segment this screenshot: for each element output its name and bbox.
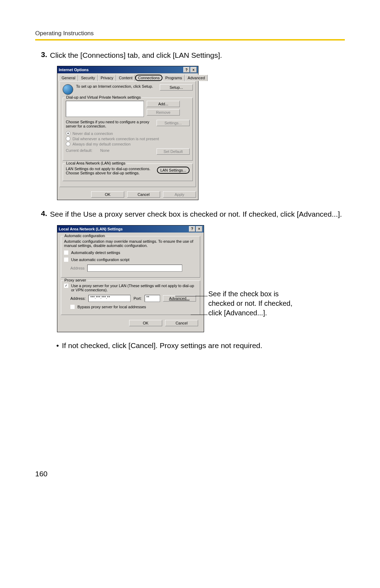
- ok-button[interactable]: OK: [91, 191, 124, 198]
- auto-detect-checkbox[interactable]: [64, 250, 68, 255]
- tab-content[interactable]: Content: [116, 75, 135, 81]
- setup-text: To set up an Internet connection, click …: [76, 84, 157, 88]
- cancel-button[interactable]: Cancel: [127, 191, 160, 198]
- proxy-address-label: Address:: [70, 296, 86, 301]
- current-default-value: None: [100, 148, 109, 153]
- callout-line-1: [175, 296, 208, 296]
- current-default-label: Current default:: [66, 148, 93, 153]
- use-proxy-label: Use a proxy server for your LAN (These s…: [71, 284, 197, 292]
- remove-button: Remove: [147, 109, 180, 116]
- internet-options-dialog: Internet Options ? × General Security Pr…: [57, 66, 198, 200]
- step3-text: Click the [Connections] tab, and click […: [50, 50, 345, 60]
- bullet-icon: •: [56, 341, 62, 350]
- lan-settings-dialog: Local Area Network (LAN) Settings ? × Au…: [57, 225, 204, 332]
- help-icon[interactable]: ?: [183, 67, 190, 73]
- lan-group-title: Local Area Network (LAN) settings: [65, 161, 126, 165]
- proxy-group-title: Proxy server: [63, 278, 87, 282]
- add-button[interactable]: Add...: [147, 101, 180, 107]
- radio-never-label: Never dial a connection: [72, 131, 113, 136]
- auto-detect-label: Automatically detect settings: [71, 250, 120, 255]
- use-script-checkbox[interactable]: [64, 258, 68, 262]
- divider-bar: [35, 39, 345, 41]
- close-icon[interactable]: ×: [190, 67, 197, 73]
- radio-always[interactable]: [66, 142, 70, 146]
- io-tabs: General Security Privacy Content Connect…: [57, 73, 198, 81]
- step4-text: See if the Use a proxy server check box …: [50, 209, 345, 219]
- auto-config-text: Automatic configuration may override man…: [64, 239, 197, 248]
- page-number: 160: [35, 470, 345, 478]
- radio-whenever[interactable]: [66, 136, 70, 141]
- annotation-text: See if the check box is checked or not. …: [208, 289, 307, 318]
- auto-config-group-title: Automatic configuration: [63, 234, 106, 238]
- lan-titlebar: Local Area Network (LAN) Settings ? ×: [57, 225, 204, 233]
- tab-advanced[interactable]: Advanced: [185, 75, 208, 81]
- settings-button: Settings...: [157, 120, 190, 126]
- setup-button[interactable]: Setup...: [160, 84, 193, 91]
- tab-connections[interactable]: Connections: [135, 75, 162, 81]
- step3-number: 3.: [35, 50, 50, 60]
- script-address-label: Address: [70, 266, 84, 270]
- bullet-text: If not checked, click [Cancel]. Proxy se…: [62, 341, 262, 350]
- page-header: Operating Instructions: [35, 30, 94, 37]
- apply-button: Apply: [163, 191, 196, 198]
- tab-privacy[interactable]: Privacy: [98, 75, 116, 81]
- script-address-field: [87, 265, 182, 272]
- lan-title: Local Area Network (LAN) Settings: [59, 227, 123, 231]
- tab-general[interactable]: General: [59, 75, 78, 81]
- close-icon[interactable]: ×: [196, 226, 202, 232]
- step4-number: 4.: [35, 209, 50, 219]
- proxy-port-label: Port:: [133, 296, 141, 301]
- use-script-label: Use automatic configuration script: [71, 258, 129, 262]
- io-title: Internet Options: [59, 68, 89, 72]
- tab-security[interactable]: Security: [78, 75, 98, 81]
- help-icon[interactable]: ?: [189, 226, 195, 232]
- use-proxy-checkbox[interactable]: ✓: [64, 284, 68, 288]
- bypass-checkbox[interactable]: [70, 305, 75, 309]
- proxy-address-field[interactable]: ***.***.***.**: [88, 295, 131, 302]
- choose-settings-text: Choose Settings if you need to configure…: [66, 120, 154, 128]
- lan-ok-button[interactable]: OK: [129, 320, 162, 326]
- set-default-button: Set Default: [157, 148, 190, 155]
- dialup-listbox[interactable]: [66, 101, 144, 117]
- proxy-port-field[interactable]: **: [145, 295, 160, 302]
- radio-always-label: Always dial my default connection: [72, 142, 131, 146]
- globe-icon: [63, 84, 73, 95]
- lan-text: LAN Settings do not apply to dial-up con…: [66, 167, 154, 175]
- radio-whenever-label: Dial whenever a network connection is no…: [72, 137, 159, 141]
- tab-programs[interactable]: Programs: [163, 75, 185, 81]
- lan-cancel-button[interactable]: Cancel: [165, 320, 198, 326]
- io-titlebar: Internet Options ? ×: [57, 66, 198, 73]
- callout-line-2: [191, 315, 208, 315]
- lan-settings-button[interactable]: LAN Settings...: [157, 167, 190, 174]
- bypass-label: Bypass proxy server for local addresses: [77, 305, 146, 309]
- radio-never[interactable]: [66, 131, 70, 136]
- dialup-group-title: Dial-up and Virtual Private Network sett…: [65, 95, 142, 99]
